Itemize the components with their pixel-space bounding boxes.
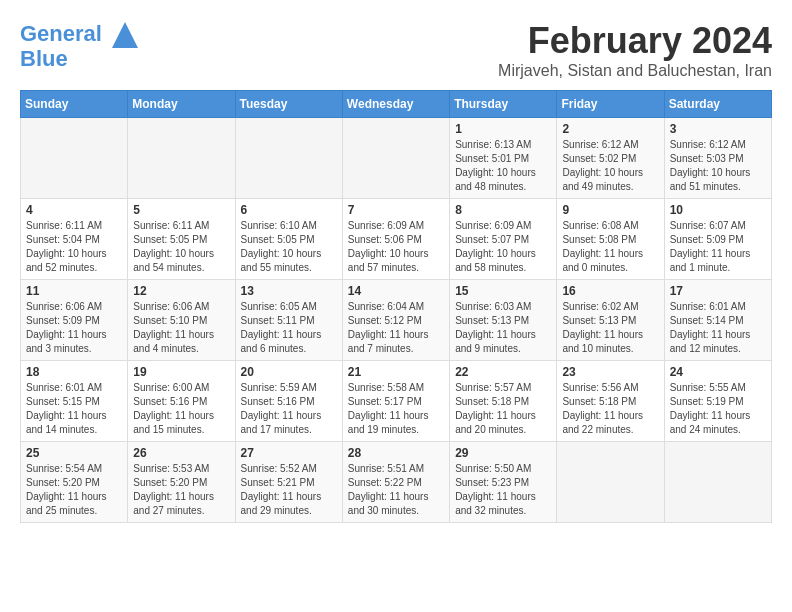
empty-day-cell <box>664 442 771 523</box>
empty-day-cell <box>342 118 449 199</box>
day-info: Sunrise: 6:11 AM Sunset: 5:05 PM Dayligh… <box>133 219 229 275</box>
day-info: Sunrise: 5:53 AM Sunset: 5:20 PM Dayligh… <box>133 462 229 518</box>
empty-day-cell <box>235 118 342 199</box>
calendar-day-cell: 22Sunrise: 5:57 AM Sunset: 5:18 PM Dayli… <box>450 361 557 442</box>
calendar-day-cell: 20Sunrise: 5:59 AM Sunset: 5:16 PM Dayli… <box>235 361 342 442</box>
calendar-table: SundayMondayTuesdayWednesdayThursdayFrid… <box>20 90 772 523</box>
calendar-day-cell: 3Sunrise: 6:12 AM Sunset: 5:03 PM Daylig… <box>664 118 771 199</box>
calendar-day-cell: 16Sunrise: 6:02 AM Sunset: 5:13 PM Dayli… <box>557 280 664 361</box>
day-number: 27 <box>241 446 337 460</box>
day-number: 1 <box>455 122 551 136</box>
day-info: Sunrise: 5:58 AM Sunset: 5:17 PM Dayligh… <box>348 381 444 437</box>
month-title: February 2024 <box>498 20 772 62</box>
day-number: 11 <box>26 284 122 298</box>
calendar-week-row: 4Sunrise: 6:11 AM Sunset: 5:04 PM Daylig… <box>21 199 772 280</box>
day-number: 24 <box>670 365 766 379</box>
weekday-header-thursday: Thursday <box>450 91 557 118</box>
title-section: February 2024 Mirjaveh, Sistan and Baluc… <box>498 20 772 80</box>
logo: General Blue <box>20 20 140 72</box>
day-number: 4 <box>26 203 122 217</box>
day-info: Sunrise: 6:06 AM Sunset: 5:09 PM Dayligh… <box>26 300 122 356</box>
day-info: Sunrise: 6:09 AM Sunset: 5:07 PM Dayligh… <box>455 219 551 275</box>
calendar-day-cell: 15Sunrise: 6:03 AM Sunset: 5:13 PM Dayli… <box>450 280 557 361</box>
calendar-week-row: 18Sunrise: 6:01 AM Sunset: 5:15 PM Dayli… <box>21 361 772 442</box>
calendar-day-cell: 29Sunrise: 5:50 AM Sunset: 5:23 PM Dayli… <box>450 442 557 523</box>
svg-marker-0 <box>112 22 138 48</box>
calendar-day-cell: 7Sunrise: 6:09 AM Sunset: 5:06 PM Daylig… <box>342 199 449 280</box>
empty-day-cell <box>128 118 235 199</box>
day-number: 20 <box>241 365 337 379</box>
calendar-week-row: 11Sunrise: 6:06 AM Sunset: 5:09 PM Dayli… <box>21 280 772 361</box>
calendar-day-cell: 11Sunrise: 6:06 AM Sunset: 5:09 PM Dayli… <box>21 280 128 361</box>
calendar-day-cell: 10Sunrise: 6:07 AM Sunset: 5:09 PM Dayli… <box>664 199 771 280</box>
calendar-day-cell: 19Sunrise: 6:00 AM Sunset: 5:16 PM Dayli… <box>128 361 235 442</box>
day-info: Sunrise: 6:02 AM Sunset: 5:13 PM Dayligh… <box>562 300 658 356</box>
day-info: Sunrise: 5:59 AM Sunset: 5:16 PM Dayligh… <box>241 381 337 437</box>
day-number: 14 <box>348 284 444 298</box>
day-number: 15 <box>455 284 551 298</box>
day-number: 8 <box>455 203 551 217</box>
weekday-header-saturday: Saturday <box>664 91 771 118</box>
calendar-week-row: 1Sunrise: 6:13 AM Sunset: 5:01 PM Daylig… <box>21 118 772 199</box>
day-info: Sunrise: 6:13 AM Sunset: 5:01 PM Dayligh… <box>455 138 551 194</box>
day-info: Sunrise: 6:12 AM Sunset: 5:03 PM Dayligh… <box>670 138 766 194</box>
day-info: Sunrise: 5:50 AM Sunset: 5:23 PM Dayligh… <box>455 462 551 518</box>
day-number: 13 <box>241 284 337 298</box>
day-number: 5 <box>133 203 229 217</box>
day-number: 28 <box>348 446 444 460</box>
calendar-day-cell: 21Sunrise: 5:58 AM Sunset: 5:17 PM Dayli… <box>342 361 449 442</box>
day-number: 7 <box>348 203 444 217</box>
day-info: Sunrise: 6:04 AM Sunset: 5:12 PM Dayligh… <box>348 300 444 356</box>
page-header: General Blue February 2024 Mirjaveh, Sis… <box>20 20 772 80</box>
logo-general: General <box>20 21 102 46</box>
day-info: Sunrise: 6:03 AM Sunset: 5:13 PM Dayligh… <box>455 300 551 356</box>
calendar-day-cell: 2Sunrise: 6:12 AM Sunset: 5:02 PM Daylig… <box>557 118 664 199</box>
calendar-day-cell: 27Sunrise: 5:52 AM Sunset: 5:21 PM Dayli… <box>235 442 342 523</box>
day-number: 18 <box>26 365 122 379</box>
day-number: 23 <box>562 365 658 379</box>
day-info: Sunrise: 5:56 AM Sunset: 5:18 PM Dayligh… <box>562 381 658 437</box>
calendar-day-cell: 18Sunrise: 6:01 AM Sunset: 5:15 PM Dayli… <box>21 361 128 442</box>
calendar-day-cell: 26Sunrise: 5:53 AM Sunset: 5:20 PM Dayli… <box>128 442 235 523</box>
calendar-day-cell: 24Sunrise: 5:55 AM Sunset: 5:19 PM Dayli… <box>664 361 771 442</box>
calendar-day-cell: 12Sunrise: 6:06 AM Sunset: 5:10 PM Dayli… <box>128 280 235 361</box>
day-info: Sunrise: 6:08 AM Sunset: 5:08 PM Dayligh… <box>562 219 658 275</box>
day-number: 25 <box>26 446 122 460</box>
calendar-day-cell: 17Sunrise: 6:01 AM Sunset: 5:14 PM Dayli… <box>664 280 771 361</box>
day-info: Sunrise: 5:54 AM Sunset: 5:20 PM Dayligh… <box>26 462 122 518</box>
day-number: 10 <box>670 203 766 217</box>
weekday-header-wednesday: Wednesday <box>342 91 449 118</box>
calendar-day-cell: 1Sunrise: 6:13 AM Sunset: 5:01 PM Daylig… <box>450 118 557 199</box>
day-info: Sunrise: 6:05 AM Sunset: 5:11 PM Dayligh… <box>241 300 337 356</box>
day-info: Sunrise: 6:01 AM Sunset: 5:14 PM Dayligh… <box>670 300 766 356</box>
calendar-day-cell: 25Sunrise: 5:54 AM Sunset: 5:20 PM Dayli… <box>21 442 128 523</box>
calendar-day-cell: 14Sunrise: 6:04 AM Sunset: 5:12 PM Dayli… <box>342 280 449 361</box>
weekday-header-monday: Monday <box>128 91 235 118</box>
day-info: Sunrise: 6:01 AM Sunset: 5:15 PM Dayligh… <box>26 381 122 437</box>
calendar-day-cell: 5Sunrise: 6:11 AM Sunset: 5:05 PM Daylig… <box>128 199 235 280</box>
empty-day-cell <box>21 118 128 199</box>
calendar-day-cell: 28Sunrise: 5:51 AM Sunset: 5:22 PM Dayli… <box>342 442 449 523</box>
day-info: Sunrise: 5:52 AM Sunset: 5:21 PM Dayligh… <box>241 462 337 518</box>
day-number: 17 <box>670 284 766 298</box>
day-info: Sunrise: 6:11 AM Sunset: 5:04 PM Dayligh… <box>26 219 122 275</box>
day-info: Sunrise: 6:10 AM Sunset: 5:05 PM Dayligh… <box>241 219 337 275</box>
calendar-day-cell: 9Sunrise: 6:08 AM Sunset: 5:08 PM Daylig… <box>557 199 664 280</box>
calendar-day-cell: 23Sunrise: 5:56 AM Sunset: 5:18 PM Dayli… <box>557 361 664 442</box>
day-info: Sunrise: 5:51 AM Sunset: 5:22 PM Dayligh… <box>348 462 444 518</box>
day-info: Sunrise: 6:09 AM Sunset: 5:06 PM Dayligh… <box>348 219 444 275</box>
day-number: 3 <box>670 122 766 136</box>
weekday-header-tuesday: Tuesday <box>235 91 342 118</box>
day-info: Sunrise: 6:00 AM Sunset: 5:16 PM Dayligh… <box>133 381 229 437</box>
day-number: 21 <box>348 365 444 379</box>
weekday-header-sunday: Sunday <box>21 91 128 118</box>
day-info: Sunrise: 6:06 AM Sunset: 5:10 PM Dayligh… <box>133 300 229 356</box>
calendar-day-cell: 8Sunrise: 6:09 AM Sunset: 5:07 PM Daylig… <box>450 199 557 280</box>
calendar-week-row: 25Sunrise: 5:54 AM Sunset: 5:20 PM Dayli… <box>21 442 772 523</box>
day-info: Sunrise: 5:57 AM Sunset: 5:18 PM Dayligh… <box>455 381 551 437</box>
location-title: Mirjaveh, Sistan and Baluchestan, Iran <box>498 62 772 80</box>
calendar-day-cell: 6Sunrise: 6:10 AM Sunset: 5:05 PM Daylig… <box>235 199 342 280</box>
day-number: 29 <box>455 446 551 460</box>
day-number: 19 <box>133 365 229 379</box>
day-number: 22 <box>455 365 551 379</box>
